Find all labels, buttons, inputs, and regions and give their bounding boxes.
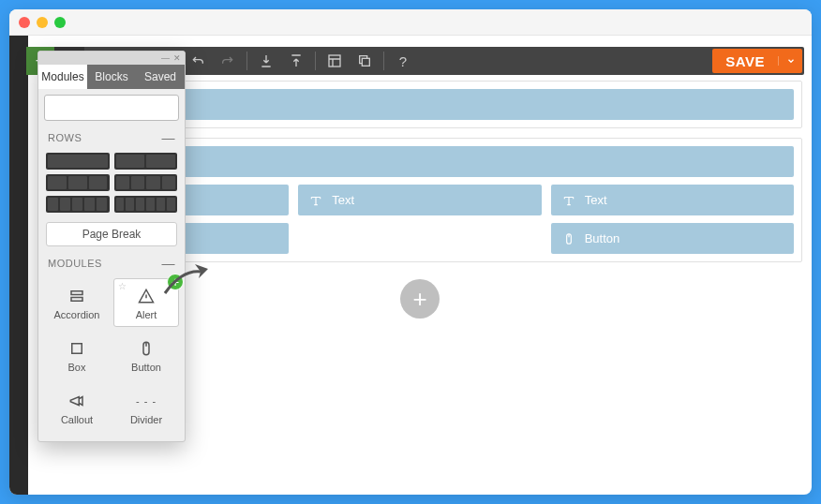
svg-rect-9 xyxy=(71,291,82,295)
tab-modules[interactable]: Modules xyxy=(38,65,87,89)
search-input[interactable] xyxy=(51,101,208,115)
modules-label: MODULES xyxy=(48,258,102,269)
add-row-button[interactable]: + xyxy=(400,279,440,319)
column-2[interactable]: Text xyxy=(298,185,541,254)
tab-saved[interactable]: Saved xyxy=(136,65,185,89)
row-layout-6col[interactable] xyxy=(114,196,178,213)
modules-panel: — ✕ Modules Blocks Saved ROWS — Page Bre xyxy=(37,51,186,442)
row-layout-5col[interactable] xyxy=(46,196,110,213)
left-dark-rail xyxy=(9,36,28,495)
rows-collapse-toggle[interactable]: — xyxy=(162,130,176,145)
rows-header: ROWS — xyxy=(38,126,185,149)
undo-icon[interactable] xyxy=(183,47,213,75)
module-label: Button xyxy=(116,362,176,373)
row-layout-2col[interactable] xyxy=(114,153,178,170)
box-icon xyxy=(47,339,107,358)
button-module-block[interactable]: Button xyxy=(551,223,794,254)
module-label: Box xyxy=(47,362,107,373)
save-button[interactable]: SAVE xyxy=(712,49,802,73)
search-field[interactable] xyxy=(44,95,179,121)
mouse-icon xyxy=(116,339,176,358)
text-module-block[interactable]: Text xyxy=(298,185,541,215)
block-label: Button xyxy=(585,231,620,245)
module-box[interactable]: Box xyxy=(44,331,110,379)
layout-icon[interactable] xyxy=(320,47,350,75)
column-3[interactable]: Text Button xyxy=(551,185,794,254)
module-accordion[interactable]: Accordion xyxy=(44,278,110,327)
mac-titlebar xyxy=(9,9,812,36)
svg-rect-4 xyxy=(329,55,340,67)
panel-close-icon[interactable]: ✕ xyxy=(173,53,181,63)
module-divider[interactable]: - - - Divider xyxy=(113,383,179,432)
svg-rect-10 xyxy=(71,298,82,302)
block-label: Text xyxy=(585,193,607,207)
row-layout-4col[interactable] xyxy=(114,174,178,191)
megaphone-icon xyxy=(47,392,107,410)
save-button-label: SAVE xyxy=(712,53,778,69)
redo-icon[interactable] xyxy=(213,47,243,75)
modules-grid: Accordion ☆ + Alert Box Button Callout xyxy=(38,274,185,441)
module-alert[interactable]: ☆ + Alert xyxy=(113,278,179,327)
window-maximize-button[interactable] xyxy=(54,17,66,28)
row-layout-1col[interactable] xyxy=(46,153,110,170)
panel-minimize-icon[interactable]: — xyxy=(161,53,170,63)
window-minimize-button[interactable] xyxy=(37,17,48,28)
divider-icon: - - - xyxy=(116,392,176,410)
rows-layouts-grid xyxy=(38,149,185,216)
text-module-block[interactable]: Text xyxy=(551,185,794,215)
text-icon xyxy=(309,194,322,207)
panel-titlebar[interactable]: — ✕ xyxy=(38,52,185,65)
favorite-star-icon[interactable]: ☆ xyxy=(118,281,127,291)
app-window: + ? xyxy=(9,9,812,495)
duplicate-icon[interactable] xyxy=(350,47,380,75)
block-label: Text xyxy=(332,193,354,207)
row-layout-3col[interactable] xyxy=(46,174,110,191)
tab-blocks[interactable]: Blocks xyxy=(87,65,136,89)
module-label: Callout xyxy=(47,414,107,425)
upload-icon[interactable] xyxy=(281,47,311,75)
module-callout[interactable]: Callout xyxy=(44,383,110,432)
page-break-button[interactable]: Page Break xyxy=(46,222,177,246)
mouse-icon xyxy=(562,232,575,245)
svg-rect-11 xyxy=(72,344,82,354)
add-module-badge[interactable]: + xyxy=(167,274,184,290)
module-label: Alert xyxy=(116,309,176,320)
save-dropdown-toggle[interactable] xyxy=(778,56,802,66)
module-label: Accordion xyxy=(47,309,107,320)
module-label: Divider xyxy=(116,414,176,425)
accordion-icon xyxy=(47,287,107,305)
help-icon[interactable]: ? xyxy=(388,47,418,75)
modules-header: MODULES — xyxy=(38,252,185,274)
modules-collapse-toggle[interactable]: — xyxy=(162,256,176,271)
download-icon[interactable] xyxy=(251,47,281,75)
text-icon xyxy=(562,194,575,207)
svg-rect-5 xyxy=(362,58,369,66)
rows-label: ROWS xyxy=(48,132,82,143)
panel-tabs: Modules Blocks Saved xyxy=(38,65,185,89)
module-button[interactable]: Button xyxy=(113,331,179,379)
window-close-button[interactable] xyxy=(19,17,30,28)
